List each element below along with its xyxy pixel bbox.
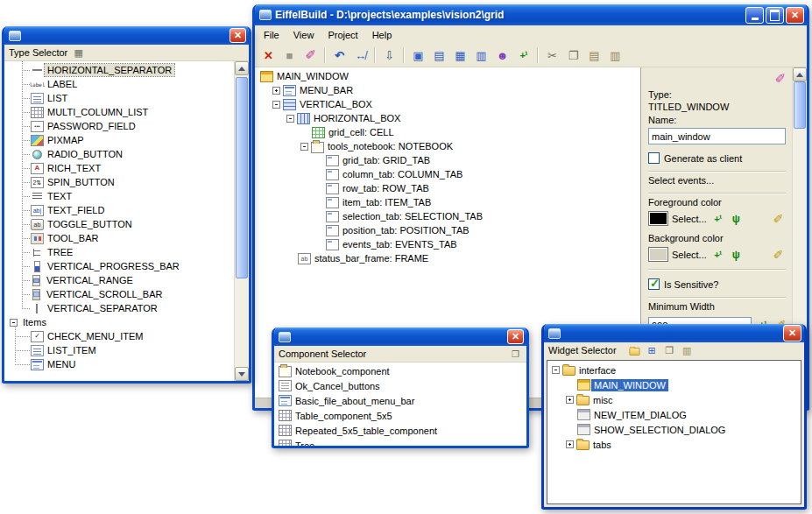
- menu-file[interactable]: File: [257, 27, 286, 43]
- grid-view-icon[interactable]: [450, 46, 470, 65]
- paste-icon[interactable]: [681, 344, 694, 356]
- tree-row[interactable]: selection_tab: SELECTION_TAB: [255, 209, 640, 223]
- type-item[interactable]: RADIO_BUTTON: [4, 147, 234, 161]
- unlink-icon[interactable]: [350, 46, 371, 65]
- type-item[interactable]: LABEL: [4, 77, 234, 91]
- collapse-icon[interactable]: [10, 319, 18, 327]
- type-item[interactable]: CHECK_MENU_ITEM: [4, 329, 234, 343]
- widget-row[interactable]: misc: [547, 392, 801, 407]
- users-icon[interactable]: [492, 46, 512, 65]
- type-item[interactable]: TEXT: [4, 189, 234, 203]
- maximize-button[interactable]: [766, 7, 784, 24]
- scroll-down-button[interactable]: [235, 367, 249, 381]
- widget-row[interactable]: NEW_ITEM_DIALOG: [547, 407, 801, 422]
- type-item[interactable]: TOOL_BAR: [4, 231, 234, 245]
- window-view-icon[interactable]: [408, 46, 428, 65]
- menu-help[interactable]: Help: [365, 27, 399, 43]
- paint-icon[interactable]: [300, 46, 321, 65]
- tree-row[interactable]: row_tab: ROW_TAB: [255, 181, 640, 195]
- tree-row[interactable]: grid_tab: GRID_TAB: [255, 153, 640, 167]
- tree-row[interactable]: status_bar_frame: FRAME: [255, 251, 640, 265]
- scrollbar-track[interactable]: [235, 75, 249, 367]
- component-item[interactable]: Notebook_component: [274, 363, 526, 378]
- tree-row[interactable]: VERTICAL_BOX: [255, 97, 640, 111]
- tree-row[interactable]: tools_notebook: NOTEBOOK: [255, 139, 640, 153]
- expand-icon[interactable]: [566, 396, 574, 404]
- clipboard-icon[interactable]: [605, 46, 625, 65]
- component-item[interactable]: Repeated_5x5_table_component: [274, 423, 526, 438]
- cut-icon[interactable]: [542, 46, 562, 65]
- type-item[interactable]: VERTICAL_SCROLL_BAR: [4, 287, 234, 301]
- type-selector-scrollbar[interactable]: [234, 61, 249, 381]
- tree-row[interactable]: item_tab: ITEM_TAB: [255, 195, 640, 209]
- name-input[interactable]: [648, 128, 786, 144]
- collapse-icon[interactable]: [300, 143, 308, 151]
- add-one-icon[interactable]: [710, 212, 725, 226]
- foreground-swatch[interactable]: [648, 211, 668, 226]
- add-one-icon[interactable]: [710, 248, 725, 262]
- is-sensitive-checkbox[interactable]: [648, 278, 660, 290]
- type-item[interactable]: VERTICAL_PROGRESS_BAR: [4, 259, 234, 273]
- type-item[interactable]: HORIZONTAL_SEPARATOR: [4, 63, 234, 77]
- type-item[interactable]: PIXMAP: [4, 133, 234, 147]
- layout-view-icon[interactable]: [471, 46, 491, 65]
- foreground-select[interactable]: Select...: [672, 214, 707, 224]
- widget-row[interactable]: SHOW_SELECTION_DIALOG: [547, 422, 801, 437]
- scroll-up-button[interactable]: [235, 61, 249, 75]
- edit-icon[interactable]: [771, 248, 786, 262]
- tree-row[interactable]: grid_cell: CELL: [255, 125, 640, 139]
- pick-icon[interactable]: [729, 248, 744, 262]
- type-item[interactable]: TEXT_FIELD: [4, 203, 234, 217]
- scrollbar-thumb[interactable]: [794, 81, 806, 129]
- copy-icon[interactable]: [663, 344, 676, 356]
- detach-icon[interactable]: [509, 348, 522, 360]
- title-bar[interactable]: EiffelBuild - D:\projects\examples\visio…: [255, 4, 807, 25]
- widget-row[interactable]: tabs: [547, 437, 801, 452]
- select-events-link[interactable]: Select events...: [648, 175, 786, 186]
- collapse-icon[interactable]: [552, 366, 560, 374]
- scrollbar-thumb[interactable]: [236, 77, 248, 278]
- title-bar[interactable]: [4, 26, 249, 45]
- generate-client-checkbox[interactable]: [648, 152, 660, 164]
- type-item[interactable]: RICH_TEXT: [4, 161, 234, 175]
- stop-icon[interactable]: [279, 46, 300, 65]
- type-item[interactable]: TOGGLE_BUTTON: [4, 217, 234, 231]
- type-item[interactable]: VERTICAL_SEPARATOR: [4, 301, 234, 315]
- background-select[interactable]: Select...: [672, 250, 707, 260]
- tree-row[interactable]: MENU_BAR: [255, 83, 640, 97]
- menu-project[interactable]: Project: [321, 27, 364, 43]
- tree-row[interactable]: column_tab: COLUMN_TAB: [255, 167, 640, 181]
- tree-row[interactable]: MAIN_WINDOW: [255, 69, 640, 83]
- tree-row[interactable]: position_tab: POSITION_TAB: [255, 223, 640, 237]
- close-button[interactable]: [229, 28, 246, 43]
- widget-row[interactable]: MAIN_WINDOW: [547, 377, 801, 392]
- close-button[interactable]: [783, 325, 801, 341]
- minimize-button[interactable]: [745, 7, 764, 24]
- tree-row[interactable]: events_tab: EVENTS_TAB: [255, 237, 640, 251]
- component-item[interactable]: Table_component_5x5: [274, 408, 526, 423]
- edit-icon[interactable]: [771, 212, 786, 226]
- type-item[interactable]: PASSWORD_FIELD: [4, 119, 234, 133]
- type-item[interactable]: SPIN_BUTTON: [4, 175, 234, 189]
- delete-icon[interactable]: [258, 46, 279, 65]
- component-item[interactable]: Tree: [274, 438, 526, 446]
- expand-icon[interactable]: [272, 87, 280, 95]
- component-item[interactable]: Ok_Cancel_buttons: [274, 378, 526, 393]
- split-view-icon[interactable]: [429, 46, 449, 65]
- widget-row[interactable]: interface: [547, 363, 801, 377]
- type-item[interactable]: LIST: [4, 91, 234, 105]
- expand-icon[interactable]: [566, 440, 574, 448]
- copy-icon[interactable]: [563, 46, 583, 65]
- component-item[interactable]: Basic_file_about_menu_bar: [274, 393, 526, 408]
- type-item[interactable]: VERTICAL_RANGE: [4, 273, 234, 287]
- collapse-icon[interactable]: [286, 115, 294, 123]
- paint-icon[interactable]: [774, 71, 786, 87]
- title-bar[interactable]: [544, 324, 804, 342]
- collapse-icon[interactable]: [272, 101, 280, 109]
- list-mode-icon[interactable]: [72, 46, 85, 59]
- pick-icon[interactable]: [729, 212, 744, 226]
- title-bar[interactable]: [274, 327, 526, 346]
- items-group-row[interactable]: Items: [4, 315, 234, 329]
- scroll-up-button[interactable]: [793, 67, 807, 81]
- build-icon[interactable]: [379, 46, 399, 65]
